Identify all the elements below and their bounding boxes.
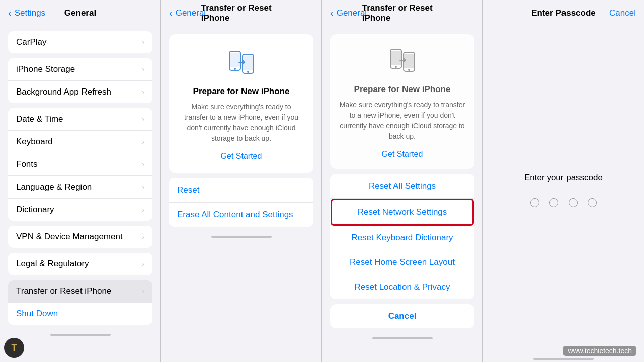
panel3-label-reset-network: Reset Network Settings [358, 207, 447, 217]
svg-point-5 [247, 71, 249, 73]
panel1-navbar: ‹ Settings General [0, 0, 160, 26]
panel1-label-carplay: CarPlay [16, 37, 142, 47]
panel1-label-shut-down: Shut Down [16, 309, 144, 319]
panel3-back-chevron-icon: ‹ [330, 7, 334, 19]
panel1-chevron-keyboard: › [142, 138, 144, 146]
panel3-reset-keyboard-dict[interactable]: Reset Keyboard Dictionary [330, 226, 474, 250]
panel1-chevron-background-app-refresh: › [142, 88, 144, 96]
svg-rect-10 [404, 54, 414, 68]
panel2-prepare-title: Prepare for New iPhone [193, 86, 290, 97]
panel3-prepare-desc: Make sure everything's ready to transfer… [338, 100, 466, 142]
panel2-get-started-link[interactable]: Get Started [221, 152, 262, 161]
panel1-label-legal: Legal & Regulatory [16, 259, 142, 269]
panel2-scroll: Prepare for New iPhone Make sure everyth… [161, 26, 321, 362]
panel2-back-button[interactable]: ‹ General [169, 7, 206, 19]
panel2-home-indicator [161, 232, 321, 240]
panel1-label-fonts: Fonts [16, 159, 142, 169]
panel2-prepare-desc: Make sure everything's ready to transfer… [179, 102, 303, 144]
panel3-get-started-link[interactable]: Get Started [382, 150, 423, 159]
panel2-navbar: ‹ General Transfer or Reset iPhone [161, 0, 321, 26]
panel1-group-3: Date & Time › Keyboard › Fonts › Languag… [8, 108, 152, 221]
panel1-home-indicator [0, 330, 160, 338]
panel3-reset-location-privacy[interactable]: Reset Location & Privacy [330, 275, 474, 299]
panel3-scroll: Prepare for New iPhone Make sure everyth… [322, 26, 482, 362]
watermark-text: www.techietech.tech [564, 346, 636, 356]
panel4-dot-2 [549, 198, 558, 207]
panel2-erase-item[interactable]: Erase All Content and Settings [169, 203, 313, 227]
panel1-item-language-region[interactable]: Language & Region › [8, 176, 152, 199]
panel1-label-background-app-refresh: Background App Refresh [16, 87, 142, 97]
panel1-label-dictionary: Dictionary [16, 205, 142, 215]
panel3-reset-all-settings[interactable]: Reset All Settings [330, 174, 474, 199]
panel1-group-2: iPhone Storage › Background App Refresh … [8, 58, 152, 103]
panel3-back-button[interactable]: ‹ General [330, 7, 367, 19]
panel1-item-vpn[interactable]: VPN & Device Management › [8, 226, 152, 248]
panel1-group-1: CarPlay › [8, 31, 152, 53]
panel3-label-reset-location: Reset Location & Privacy [355, 282, 450, 292]
svg-point-2 [234, 68, 236, 70]
panel4-cancel-button[interactable]: Cancel [609, 8, 636, 18]
panel1-label-iphone-storage: iPhone Storage [16, 64, 142, 74]
panel3-reset-options: Reset All Settings Reset Network Setting… [330, 174, 474, 299]
panel1-group-6: Transfer or Reset iPhone › Shut Down [8, 280, 152, 325]
panel2-prepare-icon [225, 46, 258, 78]
panel4-passcode-content: Enter your passcode [483, 26, 644, 354]
panel1-chevron-fonts: › [142, 160, 144, 168]
panel-transfer-reset-modal: ‹ General Transfer or Reset iPhone [322, 0, 483, 362]
panel1-item-shut-down[interactable]: Shut Down [8, 303, 152, 325]
panel-general: ‹ Settings General CarPlay › iPhone Stor… [0, 0, 161, 362]
panel3-label-reset-all: Reset All Settings [369, 181, 436, 191]
panel2-title: Transfer or Reset iPhone [201, 3, 282, 23]
panel1-label-transfer-reset: Transfer or Reset iPhone [16, 286, 142, 296]
panel4-title: Enter Passcode [531, 8, 596, 18]
panel1-item-keyboard[interactable]: Keyboard › [8, 131, 152, 153]
svg-point-11 [408, 69, 410, 71]
panel2-reset-label: Reset [177, 185, 199, 195]
panel1-item-iphone-storage[interactable]: iPhone Storage › [8, 58, 152, 81]
panel2-reset-section: Reset Erase All Content and Settings [169, 178, 313, 227]
panel1-chevron-transfer-reset: › [142, 287, 144, 295]
panel1-back-chevron-icon: ‹ [8, 7, 12, 19]
panel1-back-button[interactable]: ‹ Settings [8, 7, 45, 19]
panel3-cancel-label: Cancel [388, 311, 417, 321]
panel1-item-transfer-reset[interactable]: Transfer or Reset iPhone › [8, 280, 152, 303]
svg-rect-4 [243, 56, 253, 70]
panel3-home-bar [372, 337, 433, 339]
panel2-prepare-card: Prepare for New iPhone Make sure everyth… [169, 34, 313, 173]
panel4-home-bar [533, 358, 594, 360]
panel1-item-background-app-refresh[interactable]: Background App Refresh › [8, 81, 152, 103]
panel1-label-date-time: Date & Time [16, 114, 142, 124]
panel1-item-legal[interactable]: Legal & Regulatory › [8, 253, 152, 275]
panel3-title: Transfer or Reset iPhone [362, 3, 443, 23]
panel1-item-carplay[interactable]: CarPlay › [8, 31, 152, 53]
panel2-erase-label: Erase All Content and Settings [177, 210, 293, 220]
svg-point-8 [395, 66, 397, 68]
panel1-item-date-time[interactable]: Date & Time › [8, 108, 152, 131]
panel3-prepare-title: Prepare for New iPhone [354, 84, 451, 95]
panel1-home-bar [50, 334, 111, 336]
panel4-dot-3 [569, 198, 578, 207]
panel3-label-reset-home: Reset Home Screen Layout [350, 257, 455, 267]
panel1-chevron-dictionary: › [142, 206, 144, 214]
panel1-scroll: CarPlay › iPhone Storage › Background Ap… [0, 26, 160, 362]
panel3-cancel-button[interactable]: Cancel [330, 304, 474, 328]
panel-transfer-reset: ‹ General Transfer or Reset iPhone [161, 0, 322, 362]
panel4-dot-1 [530, 198, 539, 207]
panel3-label-reset-keyboard: Reset Keyboard Dictionary [351, 233, 453, 243]
panel1-label-vpn: VPN & Device Management [16, 232, 142, 242]
panel1-item-dictionary[interactable]: Dictionary › [8, 199, 152, 221]
panel3-reset-network-settings[interactable]: Reset Network Settings [331, 199, 474, 226]
panel4-dot-4 [588, 198, 597, 207]
panel3-home-indicator [322, 333, 482, 341]
panel1-chevron-legal: › [142, 260, 144, 268]
panel1-item-fonts[interactable]: Fonts › [8, 153, 152, 176]
panel1-chevron-date-time: › [142, 115, 144, 123]
panel4-dots [530, 198, 597, 207]
panel2-reset-item[interactable]: Reset [169, 178, 313, 203]
panel3-reset-home-screen[interactable]: Reset Home Screen Layout [330, 250, 474, 275]
panel1-chevron-vpn: › [142, 233, 144, 241]
panel2-back-chevron-icon: ‹ [169, 7, 173, 19]
panel1-label-language-region: Language & Region [16, 182, 142, 192]
panel1-group-4: VPN & Device Management › [8, 226, 152, 248]
panel4-cancel-label: Cancel [609, 8, 636, 18]
